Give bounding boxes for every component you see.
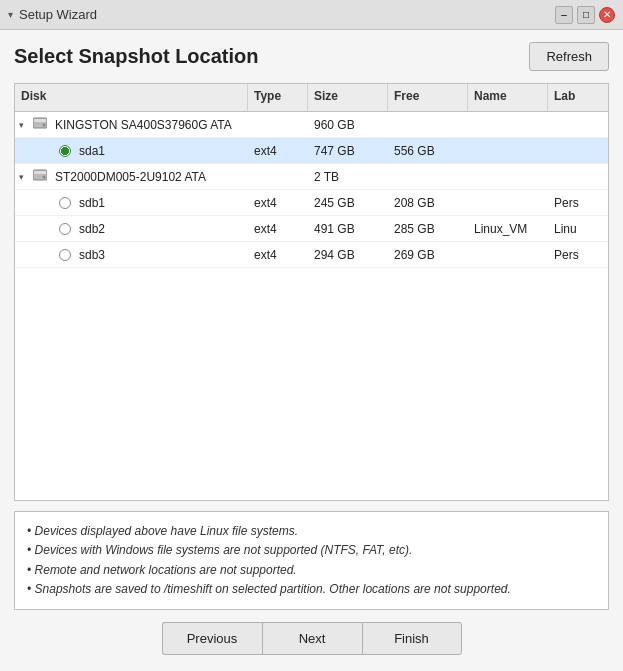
cell-col-name xyxy=(468,148,548,154)
disk-label: sdb2 xyxy=(79,222,105,236)
title-bar-title: Setup Wizard xyxy=(19,7,97,22)
table-row[interactable]: sdb1ext4245 GB208 GBPers xyxy=(15,190,608,216)
hdd-icon xyxy=(33,169,47,184)
window-menu-icon[interactable]: ▾ xyxy=(8,9,13,20)
cell-col-name xyxy=(468,200,548,206)
cell-col-type: ext4 xyxy=(248,245,308,265)
cell-col-type: ext4 xyxy=(248,219,308,239)
cell-col-type: ext4 xyxy=(248,193,308,213)
cell-col-lab: Pers xyxy=(548,193,608,213)
cell-col-size: 960 GB xyxy=(308,115,388,135)
svg-point-2 xyxy=(43,124,46,127)
disk-label: sdb3 xyxy=(79,248,105,262)
footer: Previous Next Finish xyxy=(14,622,609,659)
note-item: • Remote and network locations are not s… xyxy=(27,561,596,580)
disk-label: sdb1 xyxy=(79,196,105,210)
cell-col-lab: Linu xyxy=(548,219,608,239)
cell-col-free: 556 GB xyxy=(388,141,468,161)
cell-col-lab: Pers xyxy=(548,245,608,265)
disk-label: ST2000DM005-2U9102 ATA xyxy=(55,170,206,184)
main-window: Select Snapshot Location Refresh Disk Ty… xyxy=(0,30,623,671)
partition-radio-icon[interactable] xyxy=(59,145,71,157)
cell-col-size: 747 GB xyxy=(308,141,388,161)
cell-col-free xyxy=(388,122,468,128)
col-header-disk: Disk xyxy=(15,84,248,111)
cell-col-free xyxy=(388,174,468,180)
disk-label: sda1 xyxy=(79,144,105,158)
previous-button[interactable]: Previous xyxy=(162,622,262,655)
header-row: Select Snapshot Location Refresh xyxy=(14,42,609,71)
refresh-button[interactable]: Refresh xyxy=(529,42,609,71)
cell-col-lab xyxy=(548,174,608,180)
page-title: Select Snapshot Location xyxy=(14,45,258,68)
table-row[interactable]: sdb2ext4491 GB285 GBLinux_VMLinu xyxy=(15,216,608,242)
note-item: • Devices displayed above have Linux fil… xyxy=(27,522,596,541)
note-item: • Devices with Windows file systems are … xyxy=(27,541,596,560)
disk-label: KINGSTON SA400S37960G ATA xyxy=(55,118,232,132)
cell-col-name xyxy=(468,122,548,128)
svg-rect-1 xyxy=(34,119,46,122)
table-body: ▾KINGSTON SA400S37960G ATA960 GBsda1ext4… xyxy=(15,112,608,500)
note-item: • Snapshots are saved to /timeshift on s… xyxy=(27,580,596,599)
table-row[interactable]: ▾ST2000DM005-2U9102 ATA2 TB xyxy=(15,164,608,190)
next-button[interactable]: Next xyxy=(262,622,362,655)
finish-button[interactable]: Finish xyxy=(362,622,462,655)
minimize-button[interactable]: – xyxy=(555,6,573,24)
notes-section: • Devices displayed above have Linux fil… xyxy=(14,511,609,610)
expand-chevron-icon: ▾ xyxy=(19,120,29,130)
col-header-free: Free xyxy=(388,84,468,111)
col-header-type: Type xyxy=(248,84,308,111)
title-bar-controls: – □ ✕ xyxy=(555,6,615,24)
expand-chevron-icon: ▾ xyxy=(19,172,29,182)
col-header-name: Name xyxy=(468,84,548,111)
cell-col-lab xyxy=(548,148,608,154)
cell-col-free: 208 GB xyxy=(388,193,468,213)
cell-col-size: 294 GB xyxy=(308,245,388,265)
cell-col-name: Linux_VM xyxy=(468,219,548,239)
disk-table: Disk Type Size Free Name Lab ▾KINGSTON S… xyxy=(14,83,609,501)
table-header: Disk Type Size Free Name Lab xyxy=(15,84,608,112)
cell-col-free: 269 GB xyxy=(388,245,468,265)
cell-col-name xyxy=(468,174,548,180)
cell-col-type xyxy=(248,174,308,180)
maximize-button[interactable]: □ xyxy=(577,6,595,24)
hdd-icon xyxy=(33,117,47,132)
title-bar: ▾ Setup Wizard – □ ✕ xyxy=(0,0,623,30)
cell-col-size: 491 GB xyxy=(308,219,388,239)
cell-col-free: 285 GB xyxy=(388,219,468,239)
partition-radio-icon[interactable] xyxy=(59,223,71,235)
partition-radio-icon[interactable] xyxy=(59,249,71,261)
cell-col-name xyxy=(468,252,548,258)
cell-col-type: ext4 xyxy=(248,141,308,161)
cell-col-size: 245 GB xyxy=(308,193,388,213)
title-bar-left: ▾ Setup Wizard xyxy=(8,7,97,22)
col-header-size: Size xyxy=(308,84,388,111)
table-row[interactable]: ▾KINGSTON SA400S37960G ATA960 GB xyxy=(15,112,608,138)
col-header-lab: Lab xyxy=(548,84,608,111)
table-row[interactable]: sdb3ext4294 GB269 GBPers xyxy=(15,242,608,268)
partition-radio-icon[interactable] xyxy=(59,197,71,209)
cell-col-size: 2 TB xyxy=(308,167,388,187)
close-button[interactable]: ✕ xyxy=(599,7,615,23)
cell-col-lab xyxy=(548,122,608,128)
cell-col-type xyxy=(248,122,308,128)
svg-point-5 xyxy=(43,176,46,179)
table-row[interactable]: sda1ext4747 GB556 GB xyxy=(15,138,608,164)
svg-rect-4 xyxy=(34,171,46,174)
